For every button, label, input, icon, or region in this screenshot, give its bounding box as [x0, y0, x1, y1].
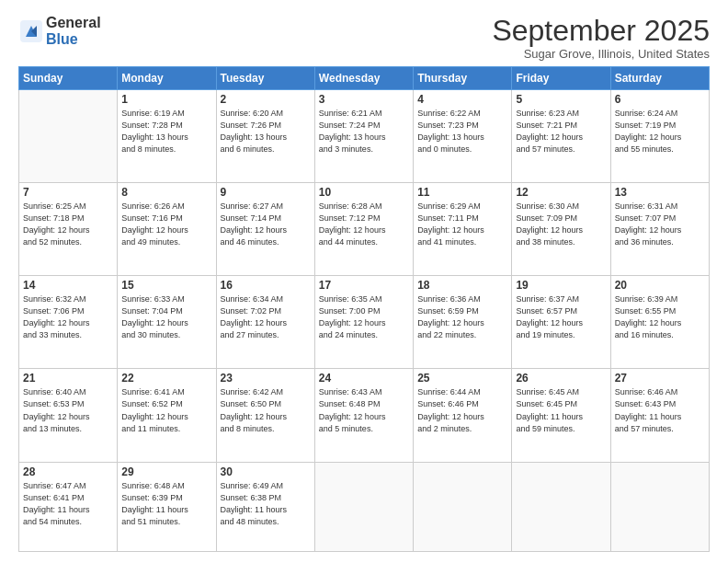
- day-number: 23: [221, 372, 311, 385]
- day-info: Sunrise: 6:20 AM Sunset: 7:26 PM Dayligh…: [221, 108, 311, 155]
- day-number: 9: [221, 186, 311, 199]
- logo-icon: [18, 18, 44, 44]
- calendar-cell: 12Sunrise: 6:30 AM Sunset: 7:09 PM Dayli…: [512, 183, 610, 276]
- calendar-cell: 14Sunrise: 6:32 AM Sunset: 7:06 PM Dayli…: [19, 276, 118, 369]
- logo: General Blue: [18, 15, 101, 47]
- day-number: 27: [615, 372, 705, 385]
- day-info: Sunrise: 6:44 AM Sunset: 6:46 PM Dayligh…: [417, 386, 507, 434]
- day-info: Sunrise: 6:34 AM Sunset: 7:02 PM Dayligh…: [221, 293, 311, 341]
- calendar-cell: [314, 462, 413, 552]
- month-title: September 2025: [492, 15, 710, 47]
- calendar-cell: 30Sunrise: 6:49 AM Sunset: 6:38 PM Dayli…: [216, 462, 314, 552]
- day-info: Sunrise: 6:23 AM Sunset: 7:21 PM Dayligh…: [516, 108, 606, 155]
- weekday-header-wednesday: Wednesday: [314, 67, 413, 90]
- day-number: 29: [121, 465, 211, 478]
- calendar-cell: 10Sunrise: 6:28 AM Sunset: 7:12 PM Dayli…: [314, 183, 413, 276]
- day-info: Sunrise: 6:36 AM Sunset: 6:59 PM Dayligh…: [417, 293, 507, 341]
- day-number: 7: [23, 186, 113, 199]
- page: General Blue September 2025 Sugar Grove,…: [0, 0, 728, 563]
- weekday-header-saturday: Saturday: [610, 67, 709, 90]
- day-number: 3: [319, 93, 409, 106]
- day-number: 8: [121, 186, 211, 199]
- day-info: Sunrise: 6:33 AM Sunset: 7:04 PM Dayligh…: [121, 293, 211, 341]
- calendar-cell: [19, 90, 118, 183]
- logo-general: General: [46, 15, 101, 31]
- day-number: 4: [417, 93, 507, 106]
- calendar-cell: 4Sunrise: 6:22 AM Sunset: 7:23 PM Daylig…: [414, 90, 512, 183]
- day-number: 19: [516, 279, 606, 292]
- day-number: 21: [23, 372, 113, 385]
- calendar-week-row: 1Sunrise: 6:19 AM Sunset: 7:28 PM Daylig…: [19, 90, 710, 183]
- title-block: September 2025 Sugar Grove, Illinois, Un…: [492, 15, 710, 61]
- weekday-header-sunday: Sunday: [19, 67, 118, 90]
- day-number: 20: [615, 279, 705, 292]
- calendar-cell: 25Sunrise: 6:44 AM Sunset: 6:46 PM Dayli…: [414, 369, 512, 462]
- day-number: 17: [319, 279, 409, 292]
- day-number: 6: [615, 93, 705, 106]
- day-number: 10: [319, 186, 409, 199]
- logo-blue: Blue: [46, 31, 101, 48]
- day-info: Sunrise: 6:46 AM Sunset: 6:43 PM Dayligh…: [615, 386, 705, 434]
- day-number: 2: [221, 93, 311, 106]
- calendar-cell: [414, 462, 512, 552]
- day-info: Sunrise: 6:47 AM Sunset: 6:41 PM Dayligh…: [23, 480, 113, 528]
- calendar-cell: 20Sunrise: 6:39 AM Sunset: 6:55 PM Dayli…: [610, 276, 709, 369]
- day-number: 15: [121, 279, 211, 292]
- day-number: 11: [417, 186, 507, 199]
- calendar-cell: 3Sunrise: 6:21 AM Sunset: 7:24 PM Daylig…: [314, 90, 413, 183]
- day-info: Sunrise: 6:41 AM Sunset: 6:52 PM Dayligh…: [121, 386, 211, 434]
- day-info: Sunrise: 6:26 AM Sunset: 7:16 PM Dayligh…: [121, 201, 211, 248]
- day-info: Sunrise: 6:37 AM Sunset: 6:57 PM Dayligh…: [516, 293, 606, 341]
- day-number: 14: [23, 279, 113, 292]
- day-number: 26: [516, 372, 606, 385]
- day-number: 12: [516, 186, 606, 199]
- calendar-week-row: 14Sunrise: 6:32 AM Sunset: 7:06 PM Dayli…: [19, 276, 710, 369]
- day-info: Sunrise: 6:35 AM Sunset: 7:00 PM Dayligh…: [319, 293, 409, 341]
- calendar-cell: 23Sunrise: 6:42 AM Sunset: 6:50 PM Dayli…: [216, 369, 314, 462]
- day-info: Sunrise: 6:32 AM Sunset: 7:06 PM Dayligh…: [23, 293, 113, 341]
- weekday-header-monday: Monday: [118, 67, 216, 90]
- calendar-cell: 6Sunrise: 6:24 AM Sunset: 7:19 PM Daylig…: [610, 90, 709, 183]
- calendar-cell: 9Sunrise: 6:27 AM Sunset: 7:14 PM Daylig…: [216, 183, 314, 276]
- day-number: 24: [319, 372, 409, 385]
- day-info: Sunrise: 6:39 AM Sunset: 6:55 PM Dayligh…: [615, 293, 705, 341]
- day-info: Sunrise: 6:24 AM Sunset: 7:19 PM Dayligh…: [615, 108, 705, 155]
- calendar-cell: [610, 462, 709, 552]
- calendar-cell: 18Sunrise: 6:36 AM Sunset: 6:59 PM Dayli…: [414, 276, 512, 369]
- day-info: Sunrise: 6:21 AM Sunset: 7:24 PM Dayligh…: [319, 108, 409, 155]
- calendar-cell: 2Sunrise: 6:20 AM Sunset: 7:26 PM Daylig…: [216, 90, 314, 183]
- day-info: Sunrise: 6:27 AM Sunset: 7:14 PM Dayligh…: [221, 201, 311, 248]
- calendar-cell: 19Sunrise: 6:37 AM Sunset: 6:57 PM Dayli…: [512, 276, 610, 369]
- day-info: Sunrise: 6:48 AM Sunset: 6:39 PM Dayligh…: [121, 480, 211, 528]
- calendar-week-row: 28Sunrise: 6:47 AM Sunset: 6:41 PM Dayli…: [19, 462, 710, 552]
- calendar-cell: 29Sunrise: 6:48 AM Sunset: 6:39 PM Dayli…: [118, 462, 216, 552]
- day-number: 13: [615, 186, 705, 199]
- day-number: 16: [221, 279, 311, 292]
- day-info: Sunrise: 6:49 AM Sunset: 6:38 PM Dayligh…: [221, 480, 311, 528]
- day-info: Sunrise: 6:25 AM Sunset: 7:18 PM Dayligh…: [23, 201, 113, 248]
- calendar-cell: 1Sunrise: 6:19 AM Sunset: 7:28 PM Daylig…: [118, 90, 216, 183]
- day-info: Sunrise: 6:28 AM Sunset: 7:12 PM Dayligh…: [319, 201, 409, 248]
- weekday-header-tuesday: Tuesday: [216, 67, 314, 90]
- calendar-week-row: 21Sunrise: 6:40 AM Sunset: 6:53 PM Dayli…: [19, 369, 710, 462]
- day-number: 18: [417, 279, 507, 292]
- day-number: 28: [23, 465, 113, 478]
- calendar-cell: 7Sunrise: 6:25 AM Sunset: 7:18 PM Daylig…: [19, 183, 118, 276]
- calendar-table: SundayMondayTuesdayWednesdayThursdayFrid…: [18, 66, 710, 552]
- day-info: Sunrise: 6:29 AM Sunset: 7:11 PM Dayligh…: [417, 201, 507, 248]
- day-number: 30: [221, 465, 311, 478]
- logo-text: General Blue: [46, 15, 101, 47]
- day-number: 22: [121, 372, 211, 385]
- calendar-cell: 28Sunrise: 6:47 AM Sunset: 6:41 PM Dayli…: [19, 462, 118, 552]
- calendar-week-row: 7Sunrise: 6:25 AM Sunset: 7:18 PM Daylig…: [19, 183, 710, 276]
- calendar-cell: 16Sunrise: 6:34 AM Sunset: 7:02 PM Dayli…: [216, 276, 314, 369]
- day-number: 25: [417, 372, 507, 385]
- day-info: Sunrise: 6:19 AM Sunset: 7:28 PM Dayligh…: [121, 108, 211, 155]
- day-info: Sunrise: 6:45 AM Sunset: 6:45 PM Dayligh…: [516, 386, 606, 434]
- calendar-cell: 22Sunrise: 6:41 AM Sunset: 6:52 PM Dayli…: [118, 369, 216, 462]
- calendar-cell: 8Sunrise: 6:26 AM Sunset: 7:16 PM Daylig…: [118, 183, 216, 276]
- day-number: 1: [121, 93, 211, 106]
- calendar-cell: 21Sunrise: 6:40 AM Sunset: 6:53 PM Dayli…: [19, 369, 118, 462]
- location: Sugar Grove, Illinois, United States: [492, 47, 710, 61]
- calendar-cell: 24Sunrise: 6:43 AM Sunset: 6:48 PM Dayli…: [314, 369, 413, 462]
